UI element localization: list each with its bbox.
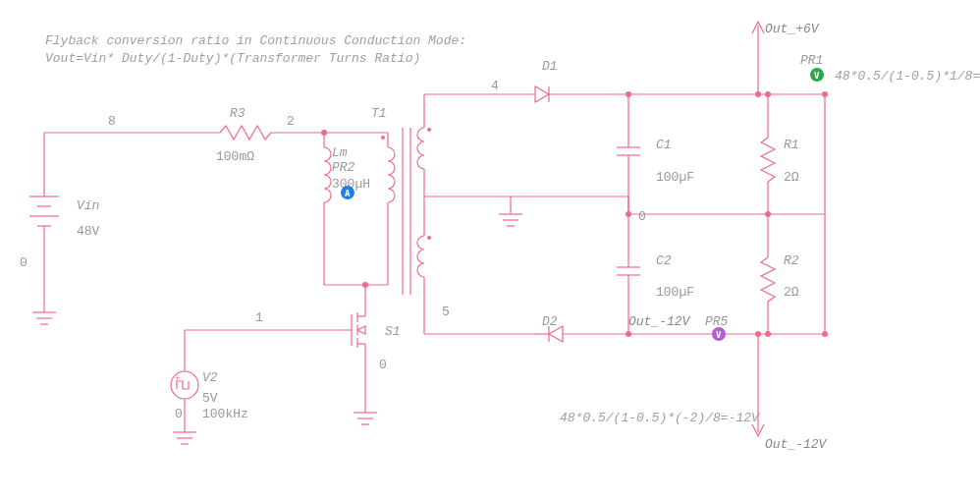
pr5-probe: V [712,327,726,341]
v2-symbol: + [171,371,198,399]
svg-point-93 [755,331,761,337]
c2-symbol [617,214,640,334]
gnd-sec [499,214,522,226]
pr1-probe: V [810,68,824,82]
gnd-vin [32,295,56,324]
s1-symbol [352,312,365,373]
t1-symbol [324,94,431,334]
vin-symbol [29,133,59,295]
svg-text:+: + [175,374,180,384]
gnd-s1 [354,373,377,424]
schematic-canvas: + [0,0,980,501]
pr2-probe: A [341,186,354,199]
gnd-v2 [173,432,196,444]
out-pos-arrow [752,22,825,214]
svg-text:V: V [716,330,722,340]
svg-point-25 [427,128,431,132]
lm-symbol [324,133,331,236]
r2-symbol [761,214,775,334]
out-neg-arrow [752,334,764,436]
svg-point-24 [381,136,385,139]
svg-point-92 [755,91,761,97]
r3-symbol [220,126,271,139]
d1-symbol [535,86,549,102]
r1-symbol [761,94,775,214]
d2-symbol [549,326,563,342]
svg-text:V: V [814,71,820,81]
svg-point-26 [427,236,431,240]
svg-text:A: A [345,189,351,198]
